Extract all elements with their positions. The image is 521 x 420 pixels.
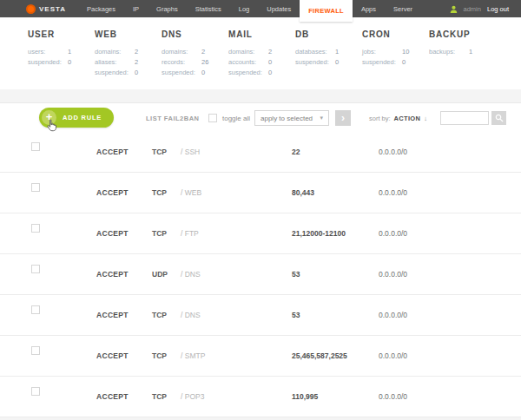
sort-field[interactable]: ACTION	[394, 114, 421, 121]
rule-action: ACCEPT	[96, 270, 129, 279]
bulk-action-value: apply to selected	[260, 115, 313, 122]
rule-port: 110,995	[292, 392, 318, 401]
hand-cursor-icon	[45, 119, 58, 132]
firewall-toolbar: + ADD RULE LIST FAIL2BAN toggle all appl…	[0, 102, 521, 132]
rule-checkbox[interactable]	[31, 220, 40, 236]
stat-row: suspended: 0	[95, 68, 162, 78]
bulk-apply-button[interactable]: ›	[335, 110, 351, 126]
stat-label: suspended:	[95, 68, 135, 78]
toggle-all-label[interactable]: toggle all	[222, 114, 250, 121]
sort-direction-icon[interactable]: ↓	[424, 114, 427, 121]
stat-title[interactable]: WEB	[95, 30, 162, 39]
rule-protocol: TCP	[152, 188, 167, 197]
stats-strip: USER users: 1 suspended: 0 WEB domains: …	[0, 17, 521, 89]
rule-action: ACCEPT	[96, 148, 129, 156]
rule-checkbox[interactable]	[31, 180, 40, 195]
rule-row: ACCEPT TCP / DNS 53 0.0.0.0/0	[0, 295, 521, 336]
add-rule-label: ADD RULE	[63, 114, 102, 121]
nav-item-statistics[interactable]: Statistics	[187, 0, 230, 17]
rule-checkbox[interactable]	[31, 384, 40, 399]
bulk-action-dropdown[interactable]: apply to selected ▾	[254, 110, 329, 126]
rule-port: 21,12000-12100	[292, 229, 346, 238]
stat-label: suspended:	[28, 57, 68, 68]
stat-title[interactable]: CRON	[362, 30, 429, 39]
rule-comment: / WEB	[181, 188, 201, 197]
stat-value: 0	[135, 68, 138, 78]
nav-item-packages[interactable]: Packages	[78, 0, 124, 17]
stat-column-db: DB databases: 1 suspended: 0	[295, 30, 362, 89]
rule-action: ACCEPT	[96, 229, 129, 238]
stat-title[interactable]: DB	[295, 30, 362, 39]
nav-item-updates[interactable]: Updates	[258, 0, 300, 17]
stat-row: suspended: 0	[362, 57, 429, 68]
rule-checkbox[interactable]	[31, 261, 40, 277]
rule-checkbox[interactable]	[31, 343, 40, 358]
stat-value: 1	[335, 47, 339, 57]
stat-label: domains:	[95, 47, 135, 57]
stat-title[interactable]: MAIL	[228, 30, 295, 39]
stat-label: suspended:	[362, 57, 402, 68]
rule-comment: / FTP	[181, 229, 199, 238]
sort-control: sort by: ACTION ↓	[369, 114, 427, 121]
stat-label: backups:	[429, 47, 469, 57]
stat-row: accounts: 0	[228, 57, 295, 68]
stat-value: 2	[135, 47, 138, 57]
checkbox-icon	[31, 183, 40, 192]
rule-protocol: UDP	[152, 270, 168, 279]
rule-ip: 0.0.0.0/0	[379, 148, 407, 156]
logout-link[interactable]: Log out	[487, 5, 509, 13]
rule-checkbox[interactable]	[31, 302, 40, 318]
stat-label: domains:	[162, 47, 201, 57]
search-input[interactable]	[440, 111, 489, 125]
nav-item-ip[interactable]: IP	[124, 0, 148, 17]
nav-item-firewall[interactable]: FIREWALL	[300, 0, 353, 22]
stat-row: suspended: 0	[295, 57, 362, 68]
rule-comment: / SMTP	[181, 351, 205, 360]
rule-checkbox[interactable]	[31, 139, 40, 154]
stat-label: jobs:	[362, 47, 402, 57]
stat-column-backup: BACKUP backups: 1	[429, 30, 496, 89]
stat-label: domains:	[228, 47, 268, 57]
rule-comment: / POP3	[181, 392, 204, 401]
nav-item-log[interactable]: Log	[230, 0, 259, 17]
nav-items: PackagesIPGraphsStatisticsLogUpdatesFIRE…	[78, 0, 421, 17]
stat-label: suspended:	[228, 68, 268, 78]
logged-in-user[interactable]: admin	[464, 5, 481, 13]
stat-label: suspended:	[295, 57, 335, 68]
stat-title[interactable]: DNS	[162, 30, 228, 39]
rule-ip: 0.0.0.0/0	[379, 270, 407, 279]
rule-comment: / SSH	[181, 148, 200, 156]
stat-row: suspended: 0	[162, 68, 228, 78]
vesta-logo[interactable]: VESTA	[26, 4, 66, 14]
stat-row: domains: 2	[95, 47, 162, 57]
rule-port: 53	[292, 270, 300, 279]
stat-value: 0	[268, 57, 272, 68]
list-fail2ban-link[interactable]: LIST FAIL2BAN	[146, 114, 200, 121]
stat-value: 0	[402, 57, 406, 68]
stat-value: 10	[402, 47, 409, 57]
stat-row: backups: 1	[429, 47, 496, 57]
search-button[interactable]	[491, 111, 506, 125]
stat-row: domains: 2	[228, 47, 295, 57]
stat-column-dns: DNS domains: 2 records: 26 suspended: 0	[162, 30, 228, 89]
toggle-all-checkbox[interactable]	[208, 110, 217, 126]
rule-action: ACCEPT	[96, 351, 129, 360]
rule-protocol: TCP	[152, 311, 167, 319]
nav-item-apps[interactable]: Apps	[353, 0, 385, 17]
checkbox-icon	[31, 305, 40, 314]
stat-row: jobs: 10	[362, 47, 429, 57]
stat-column-web: WEB domains: 2 aliases: 2 suspended: 0	[95, 30, 162, 89]
rule-port: 25,465,587,2525	[292, 351, 347, 360]
stat-title[interactable]: BACKUP	[429, 30, 496, 39]
stat-value: 1	[68, 47, 71, 57]
rule-comment: / DNS	[181, 311, 201, 319]
rule-action: ACCEPT	[96, 188, 129, 197]
nav-item-graphs[interactable]: Graphs	[148, 0, 187, 17]
vesta-logo-text: VESTA	[39, 5, 66, 13]
stat-title[interactable]: USER	[28, 30, 95, 39]
checkbox-icon	[31, 346, 40, 355]
checkbox-icon	[31, 265, 40, 273]
stat-row: records: 26	[162, 57, 228, 68]
stat-value: 0	[335, 57, 339, 68]
nav-item-server[interactable]: Server	[385, 0, 421, 17]
